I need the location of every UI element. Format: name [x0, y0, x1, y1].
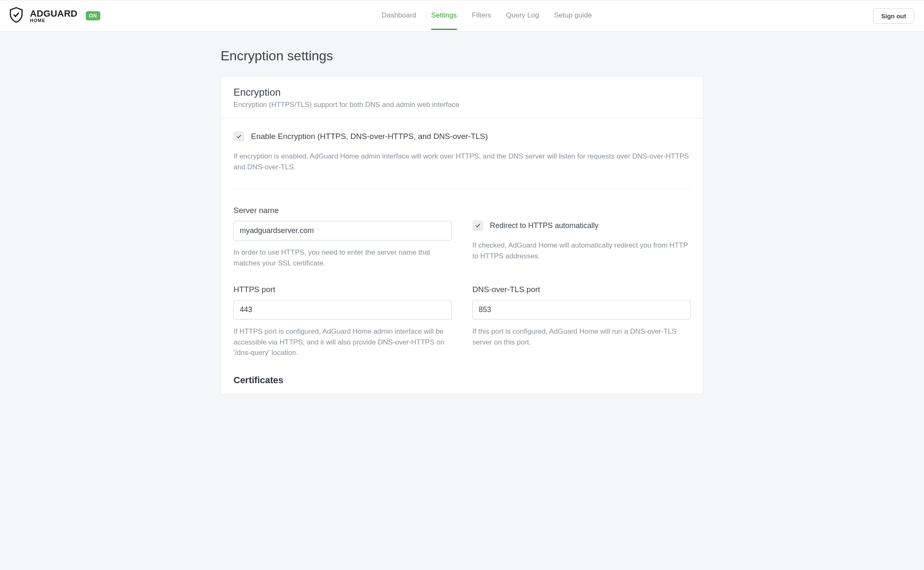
redirect-https-checkbox[interactable]	[472, 220, 483, 231]
status-badge: ON	[86, 11, 100, 20]
nav-settings[interactable]: Settings	[431, 2, 457, 30]
tls-port-label: DNS-over-TLS port	[472, 285, 691, 294]
signout-button[interactable]: Sign out	[873, 8, 914, 24]
shield-check-icon	[7, 6, 25, 25]
main-nav: Dashboard Settings Filters Query Log Set…	[100, 2, 873, 30]
card-title: Encryption	[233, 87, 691, 98]
brand-sub: HOME	[30, 18, 77, 23]
redirect-https-help: If checked, AdGuard Home will automatica…	[472, 240, 691, 261]
tls-port-input[interactable]	[472, 300, 691, 320]
encryption-card: Encryption Encryption (HTTPS/TLS) suppor…	[221, 76, 703, 394]
certificates-heading: Certificates	[233, 375, 691, 386]
redirect-https-label: Redirect to HTTPS automatically	[490, 221, 599, 230]
nav-setupguide[interactable]: Setup guide	[554, 2, 592, 30]
server-name-label: Server name	[233, 206, 452, 215]
https-port-label: HTTPS port	[233, 285, 452, 294]
divider	[233, 189, 691, 189]
card-subtitle: Encryption (HTTPS/TLS) support for both …	[233, 101, 691, 109]
enable-encryption-checkbox[interactable]	[233, 131, 244, 142]
nav-filters[interactable]: Filters	[472, 2, 491, 30]
enable-encryption-help: If encryption is enabled, AdGuard Home a…	[233, 151, 691, 172]
nav-querylog[interactable]: Query Log	[506, 2, 539, 30]
https-port-help: If HTTPS port is configured, AdGuard Hom…	[233, 326, 452, 358]
nav-dashboard[interactable]: Dashboard	[382, 2, 416, 30]
tls-port-help: If this port is configured, AdGuard Home…	[472, 326, 691, 347]
card-header: Encryption Encryption (HTTPS/TLS) suppor…	[221, 77, 703, 119]
page-title: Encryption settings	[221, 48, 703, 64]
https-port-input[interactable]	[233, 300, 452, 320]
brand-name: ADGUARD	[30, 9, 77, 18]
enable-encryption-label: Enable Encryption (HTTPS, DNS-over-HTTPS…	[251, 132, 488, 141]
server-name-help: In order to use HTTPS, you need to enter…	[233, 247, 452, 268]
topbar: ADGUARD HOME ON Dashboard Settings Filte…	[0, 0, 924, 32]
server-name-input[interactable]	[233, 221, 452, 240]
brand: ADGUARD HOME ON	[7, 6, 100, 25]
